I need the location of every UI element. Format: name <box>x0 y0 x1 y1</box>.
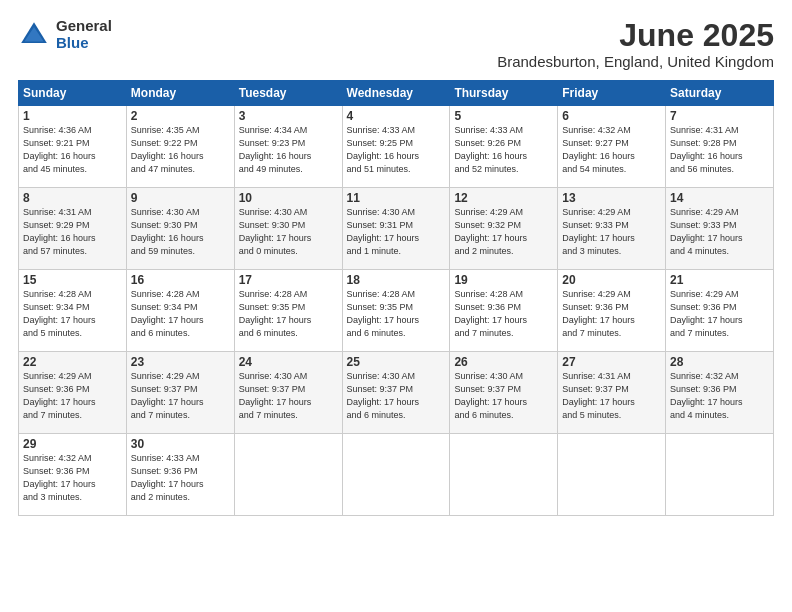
day-number: 23 <box>131 355 230 369</box>
table-row: 25Sunrise: 4:30 AM Sunset: 9:37 PM Dayli… <box>342 352 450 434</box>
table-row <box>558 434 666 516</box>
table-row: 13Sunrise: 4:29 AM Sunset: 9:33 PM Dayli… <box>558 188 666 270</box>
day-info: Sunrise: 4:29 AM Sunset: 9:33 PM Dayligh… <box>670 206 769 258</box>
month-title: June 2025 <box>497 18 774 53</box>
day-info: Sunrise: 4:33 AM Sunset: 9:25 PM Dayligh… <box>347 124 446 176</box>
day-number: 13 <box>562 191 661 205</box>
table-row <box>342 434 450 516</box>
table-row: 28Sunrise: 4:32 AM Sunset: 9:36 PM Dayli… <box>666 352 774 434</box>
logo-icon <box>18 19 50 51</box>
table-row: 15Sunrise: 4:28 AM Sunset: 9:34 PM Dayli… <box>19 270 127 352</box>
day-number: 7 <box>670 109 769 123</box>
day-info: Sunrise: 4:33 AM Sunset: 9:36 PM Dayligh… <box>131 452 230 504</box>
day-info: Sunrise: 4:34 AM Sunset: 9:23 PM Dayligh… <box>239 124 338 176</box>
day-number: 22 <box>23 355 122 369</box>
day-info: Sunrise: 4:36 AM Sunset: 9:21 PM Dayligh… <box>23 124 122 176</box>
day-number: 15 <box>23 273 122 287</box>
day-info: Sunrise: 4:28 AM Sunset: 9:34 PM Dayligh… <box>131 288 230 340</box>
day-info: Sunrise: 4:28 AM Sunset: 9:35 PM Dayligh… <box>347 288 446 340</box>
table-row: 26Sunrise: 4:30 AM Sunset: 9:37 PM Dayli… <box>450 352 558 434</box>
day-number: 14 <box>670 191 769 205</box>
day-info: Sunrise: 4:28 AM Sunset: 9:34 PM Dayligh… <box>23 288 122 340</box>
table-row: 7Sunrise: 4:31 AM Sunset: 9:28 PM Daylig… <box>666 106 774 188</box>
header: General Blue June 2025 Brandesburton, En… <box>18 18 774 70</box>
calendar-week-1: 8Sunrise: 4:31 AM Sunset: 9:29 PM Daylig… <box>19 188 774 270</box>
day-info: Sunrise: 4:29 AM Sunset: 9:33 PM Dayligh… <box>562 206 661 258</box>
table-row: 9Sunrise: 4:30 AM Sunset: 9:30 PM Daylig… <box>126 188 234 270</box>
day-info: Sunrise: 4:32 AM Sunset: 9:36 PM Dayligh… <box>670 370 769 422</box>
table-row: 5Sunrise: 4:33 AM Sunset: 9:26 PM Daylig… <box>450 106 558 188</box>
day-number: 5 <box>454 109 553 123</box>
calendar-week-4: 29Sunrise: 4:32 AM Sunset: 9:36 PM Dayli… <box>19 434 774 516</box>
day-info: Sunrise: 4:29 AM Sunset: 9:37 PM Dayligh… <box>131 370 230 422</box>
day-info: Sunrise: 4:33 AM Sunset: 9:26 PM Dayligh… <box>454 124 553 176</box>
table-row: 8Sunrise: 4:31 AM Sunset: 9:29 PM Daylig… <box>19 188 127 270</box>
day-info: Sunrise: 4:29 AM Sunset: 9:36 PM Dayligh… <box>562 288 661 340</box>
day-number: 16 <box>131 273 230 287</box>
day-number: 28 <box>670 355 769 369</box>
table-row: 4Sunrise: 4:33 AM Sunset: 9:25 PM Daylig… <box>342 106 450 188</box>
day-info: Sunrise: 4:30 AM Sunset: 9:31 PM Dayligh… <box>347 206 446 258</box>
table-row: 12Sunrise: 4:29 AM Sunset: 9:32 PM Dayli… <box>450 188 558 270</box>
day-info: Sunrise: 4:29 AM Sunset: 9:32 PM Dayligh… <box>454 206 553 258</box>
day-number: 10 <box>239 191 338 205</box>
col-thursday: Thursday <box>450 81 558 106</box>
day-info: Sunrise: 4:30 AM Sunset: 9:37 PM Dayligh… <box>454 370 553 422</box>
table-row: 10Sunrise: 4:30 AM Sunset: 9:30 PM Dayli… <box>234 188 342 270</box>
page: General Blue June 2025 Brandesburton, En… <box>0 0 792 612</box>
table-row: 20Sunrise: 4:29 AM Sunset: 9:36 PM Dayli… <box>558 270 666 352</box>
day-number: 29 <box>23 437 122 451</box>
day-info: Sunrise: 4:35 AM Sunset: 9:22 PM Dayligh… <box>131 124 230 176</box>
table-row: 19Sunrise: 4:28 AM Sunset: 9:36 PM Dayli… <box>450 270 558 352</box>
day-info: Sunrise: 4:32 AM Sunset: 9:27 PM Dayligh… <box>562 124 661 176</box>
day-info: Sunrise: 4:31 AM Sunset: 9:37 PM Dayligh… <box>562 370 661 422</box>
table-row: 6Sunrise: 4:32 AM Sunset: 9:27 PM Daylig… <box>558 106 666 188</box>
title-block: June 2025 Brandesburton, England, United… <box>497 18 774 70</box>
table-row: 2Sunrise: 4:35 AM Sunset: 9:22 PM Daylig… <box>126 106 234 188</box>
table-row: 23Sunrise: 4:29 AM Sunset: 9:37 PM Dayli… <box>126 352 234 434</box>
day-info: Sunrise: 4:32 AM Sunset: 9:36 PM Dayligh… <box>23 452 122 504</box>
day-info: Sunrise: 4:30 AM Sunset: 9:37 PM Dayligh… <box>347 370 446 422</box>
day-number: 20 <box>562 273 661 287</box>
day-info: Sunrise: 4:31 AM Sunset: 9:28 PM Dayligh… <box>670 124 769 176</box>
day-number: 11 <box>347 191 446 205</box>
table-row: 18Sunrise: 4:28 AM Sunset: 9:35 PM Dayli… <box>342 270 450 352</box>
logo-text: General Blue <box>56 18 112 51</box>
table-row: 29Sunrise: 4:32 AM Sunset: 9:36 PM Dayli… <box>19 434 127 516</box>
table-row: 11Sunrise: 4:30 AM Sunset: 9:31 PM Dayli… <box>342 188 450 270</box>
table-row <box>450 434 558 516</box>
day-number: 30 <box>131 437 230 451</box>
day-number: 9 <box>131 191 230 205</box>
table-row: 1Sunrise: 4:36 AM Sunset: 9:21 PM Daylig… <box>19 106 127 188</box>
day-number: 18 <box>347 273 446 287</box>
table-row: 22Sunrise: 4:29 AM Sunset: 9:36 PM Dayli… <box>19 352 127 434</box>
day-info: Sunrise: 4:29 AM Sunset: 9:36 PM Dayligh… <box>23 370 122 422</box>
table-row <box>234 434 342 516</box>
logo-blue: Blue <box>56 35 112 52</box>
col-sunday: Sunday <box>19 81 127 106</box>
day-number: 4 <box>347 109 446 123</box>
header-row: Sunday Monday Tuesday Wednesday Thursday… <box>19 81 774 106</box>
logo: General Blue <box>18 18 112 51</box>
table-row: 24Sunrise: 4:30 AM Sunset: 9:37 PM Dayli… <box>234 352 342 434</box>
day-number: 2 <box>131 109 230 123</box>
table-row: 3Sunrise: 4:34 AM Sunset: 9:23 PM Daylig… <box>234 106 342 188</box>
day-number: 17 <box>239 273 338 287</box>
day-number: 8 <box>23 191 122 205</box>
col-monday: Monday <box>126 81 234 106</box>
logo-general: General <box>56 18 112 35</box>
day-number: 6 <box>562 109 661 123</box>
day-number: 21 <box>670 273 769 287</box>
day-number: 25 <box>347 355 446 369</box>
calendar-week-2: 15Sunrise: 4:28 AM Sunset: 9:34 PM Dayli… <box>19 270 774 352</box>
table-row <box>666 434 774 516</box>
day-info: Sunrise: 4:31 AM Sunset: 9:29 PM Dayligh… <box>23 206 122 258</box>
day-number: 24 <box>239 355 338 369</box>
day-number: 27 <box>562 355 661 369</box>
col-tuesday: Tuesday <box>234 81 342 106</box>
day-info: Sunrise: 4:28 AM Sunset: 9:35 PM Dayligh… <box>239 288 338 340</box>
day-number: 26 <box>454 355 553 369</box>
calendar-week-0: 1Sunrise: 4:36 AM Sunset: 9:21 PM Daylig… <box>19 106 774 188</box>
table-row: 21Sunrise: 4:29 AM Sunset: 9:36 PM Dayli… <box>666 270 774 352</box>
calendar-week-3: 22Sunrise: 4:29 AM Sunset: 9:36 PM Dayli… <box>19 352 774 434</box>
